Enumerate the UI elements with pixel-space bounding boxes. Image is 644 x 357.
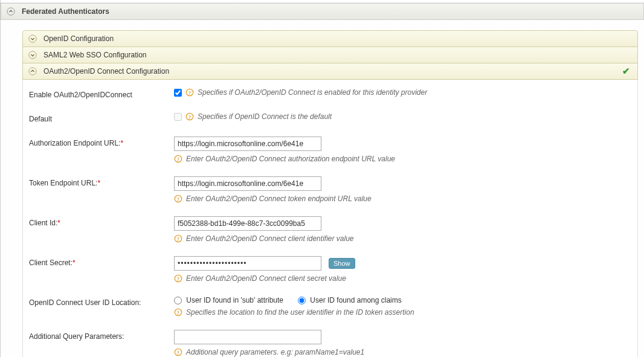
- field-label-additional-params: Additional Query Parameters:: [29, 330, 174, 341]
- accordion-openid-config[interactable]: OpenID Configuration: [22, 30, 638, 47]
- accordion-title: Federated Authenticators: [22, 7, 109, 16]
- svg-text:?: ?: [188, 114, 191, 120]
- field-label-client-id: Client Id:*: [29, 216, 174, 227]
- svg-text:?: ?: [177, 276, 179, 282]
- field-label-token: Token Endpoint URL:*: [29, 176, 174, 187]
- userid-sub-radio[interactable]: [174, 297, 182, 304]
- help-text: Enter OAuth2/OpenID Connect token endpoi…: [186, 195, 372, 203]
- help-icon: ?: [174, 348, 182, 356]
- token-endpoint-input[interactable]: [174, 176, 321, 191]
- accordion-oauth-config[interactable]: OAuth2/OpenID Connect Configuration ✔: [22, 63, 638, 80]
- accordion-federated-authenticators[interactable]: Federated Authenticators: [1, 3, 644, 20]
- help-text: Additional query parameters. e.g: paramN…: [186, 348, 364, 356]
- accordion-title: OAuth2/OpenID Connect Configuration: [43, 67, 169, 76]
- oauth-config-form: Enable OAuth2/OpenIDConnect ? Specifies …: [22, 80, 638, 357]
- help-icon: ?: [174, 234, 182, 243]
- help-icon: ?: [174, 155, 182, 163]
- help-icon: ?: [185, 112, 194, 121]
- radio-claims-label[interactable]: User ID found among claims: [298, 296, 402, 304]
- client-id-input[interactable]: [174, 216, 321, 231]
- chevron-down-icon: [28, 34, 37, 43]
- svg-text:?: ?: [177, 196, 179, 202]
- help-icon: ?: [174, 308, 182, 317]
- field-label-authz: Authorization Endpoint URL:*: [29, 137, 174, 147]
- authz-endpoint-input[interactable]: [174, 137, 321, 151]
- help-text: Specifies if OAuth2/OpenID Connect is en…: [198, 88, 427, 97]
- client-secret-input[interactable]: [174, 256, 321, 271]
- svg-point-2: [29, 51, 36, 59]
- help-icon: ?: [174, 195, 182, 203]
- radio-sub-label[interactable]: User ID found in 'sub' attribute: [174, 296, 283, 304]
- show-secret-button[interactable]: Show: [329, 258, 355, 269]
- svg-point-0: [7, 8, 14, 15]
- field-label-client-secret: Client Secret:*: [29, 256, 174, 267]
- accordion-title: SAML2 Web SSO Configuration: [43, 51, 147, 59]
- field-label-userid-location: OpenID Connect User ID Location:: [29, 296, 174, 307]
- enable-checkbox[interactable]: [174, 89, 182, 97]
- svg-text:?: ?: [177, 156, 179, 162]
- svg-point-1: [29, 35, 36, 42]
- help-text: Enter OAuth2/OpenID Connect client secre…: [186, 274, 346, 283]
- userid-claims-radio[interactable]: [298, 297, 306, 304]
- help-text: Enter OAuth2/OpenID Connect authorizatio…: [186, 155, 395, 163]
- field-label-enable: Enable OAuth2/OpenIDConnect: [29, 88, 174, 99]
- check-icon: ✔: [622, 66, 630, 77]
- chevron-down-icon: [28, 50, 37, 60]
- additional-params-input[interactable]: [174, 330, 321, 344]
- help-icon: ?: [174, 274, 182, 283]
- field-label-default: Default: [29, 112, 174, 123]
- accordion-saml-config[interactable]: SAML2 Web SSO Configuration: [22, 47, 638, 63]
- svg-point-3: [29, 68, 36, 75]
- svg-text:?: ?: [177, 350, 179, 356]
- default-checkbox[interactable]: [174, 113, 182, 121]
- help-icon: ?: [185, 88, 194, 97]
- help-text: Enter OAuth2/OpenID Connect client ident…: [186, 234, 354, 243]
- svg-text:?: ?: [188, 90, 191, 96]
- svg-text:?: ?: [177, 236, 179, 242]
- accordion-title: OpenID Configuration: [43, 34, 114, 43]
- chevron-up-icon: [6, 7, 16, 16]
- svg-text:?: ?: [177, 310, 179, 316]
- help-text: Specifies if OpenID Connect is the defau…: [198, 112, 332, 121]
- help-text: Specifies the location to find the user …: [186, 308, 414, 317]
- chevron-up-icon: [28, 66, 37, 76]
